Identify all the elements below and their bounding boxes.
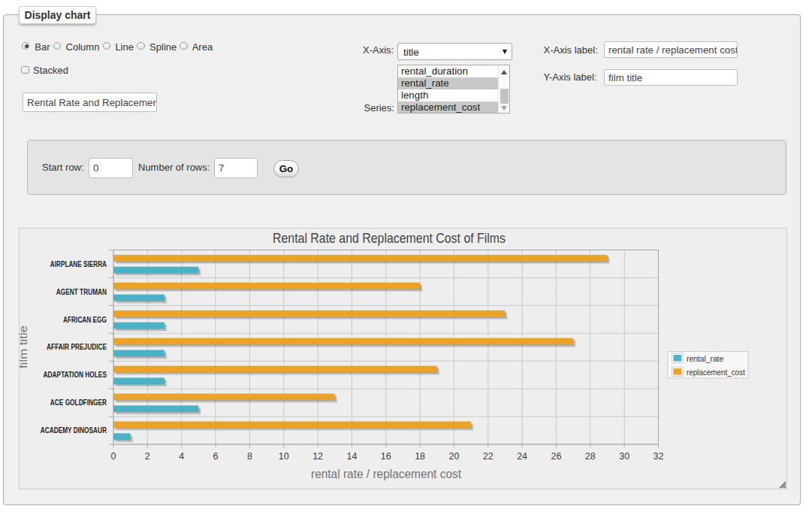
svg-text:8: 8 bbox=[247, 451, 252, 462]
svg-text:28: 28 bbox=[585, 451, 596, 462]
svg-text:0: 0 bbox=[111, 451, 116, 462]
svg-text:12: 12 bbox=[312, 451, 323, 462]
svg-text:rental_rate: rental_rate bbox=[687, 354, 723, 363]
svg-text:14: 14 bbox=[346, 451, 357, 462]
svg-text:24: 24 bbox=[517, 451, 527, 462]
svg-text:2: 2 bbox=[145, 451, 150, 462]
svg-text:22: 22 bbox=[483, 451, 494, 462]
svg-text:20: 20 bbox=[448, 451, 459, 462]
svg-text:26: 26 bbox=[551, 451, 562, 462]
svg-text:film title: film title bbox=[20, 326, 29, 368]
svg-text:18: 18 bbox=[415, 451, 425, 462]
svg-text:ACADEMY DINOSAUR: ACADEMY DINOSAUR bbox=[41, 426, 107, 435]
svg-text:AFFAIR PREJUDICE: AFFAIR PREJUDICE bbox=[47, 343, 107, 351]
svg-text:Rental Rate and Replacement Co: Rental Rate and Replacement Cost of Film… bbox=[273, 230, 506, 246]
svg-text:10: 10 bbox=[279, 451, 289, 462]
svg-text:AFRICAN EGG: AFRICAN EGG bbox=[63, 316, 107, 324]
svg-text:6: 6 bbox=[213, 451, 219, 462]
svg-text:4: 4 bbox=[179, 451, 184, 462]
svg-text:rental rate / replacement cost: rental rate / replacement cost bbox=[311, 468, 462, 480]
svg-text:replacement_cost: replacement_cost bbox=[687, 368, 745, 377]
svg-text:AIRPLANE SIERRA: AIRPLANE SIERRA bbox=[50, 260, 107, 268]
svg-text:ACE GOLDFINGER: ACE GOLDFINGER bbox=[50, 398, 107, 407]
svg-text:16: 16 bbox=[381, 451, 391, 462]
svg-text:ADAPTATION HOLES: ADAPTATION HOLES bbox=[44, 371, 107, 379]
svg-text:AGENT TRUMAN: AGENT TRUMAN bbox=[56, 288, 107, 296]
svg-text:32: 32 bbox=[654, 451, 664, 462]
svg-text:30: 30 bbox=[619, 451, 629, 462]
